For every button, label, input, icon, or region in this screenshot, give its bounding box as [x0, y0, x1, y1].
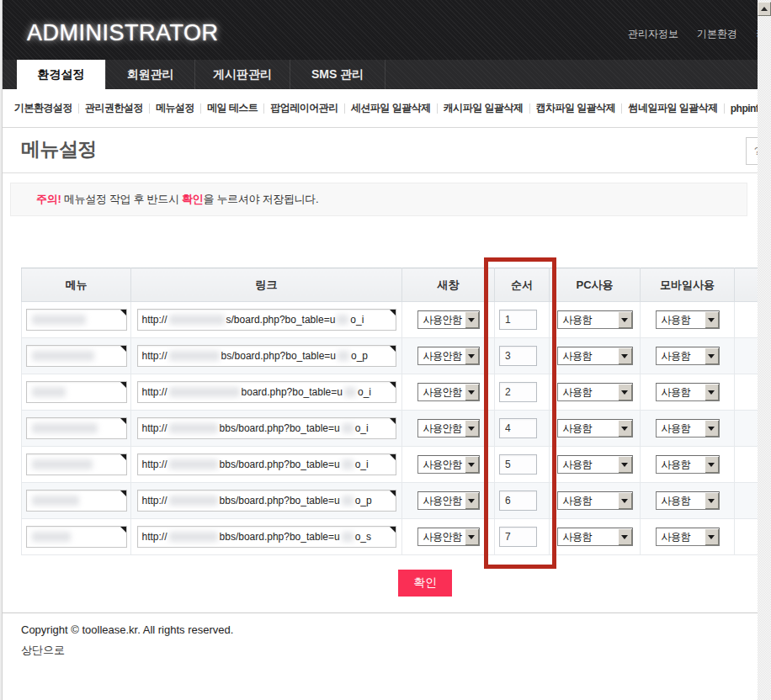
new-window-select[interactable]: 사용안함: [417, 383, 480, 401]
chevron-down-icon: [708, 499, 715, 503]
subnav-captcha-clear[interactable]: 캡차파일 일괄삭제: [530, 101, 622, 115]
mobile-use-select[interactable]: 사용함: [656, 383, 720, 401]
vertical-scrollbar[interactable]: [758, 0, 771, 700]
link-input[interactable]: http://s/board.php?bo_table=uo_i: [137, 309, 396, 331]
dropdown-button: [465, 456, 479, 473]
warning-text: 메뉴설정 작업 후 반드시: [61, 193, 182, 205]
confirm-button[interactable]: 확인: [398, 570, 452, 597]
mobile-use-select[interactable]: 사용함: [656, 347, 720, 365]
mobile-use-select[interactable]: 사용함: [656, 310, 720, 329]
subnav-phpinfo[interactable]: phpinfo(): [725, 103, 758, 114]
subnav-cache-clear[interactable]: 캐시파일 일괄삭제: [438, 101, 529, 115]
top-link-basic-env[interactable]: 기본환경: [688, 27, 747, 41]
dropdown-button: [705, 528, 719, 545]
new-window-select[interactable]: 사용안함: [417, 310, 480, 329]
divider: [0, 172, 758, 173]
link-input[interactable]: http://bbs/board.php?bo_table=uo_i: [137, 417, 396, 439]
back-to-top-link[interactable]: 상단으로: [21, 643, 65, 658]
top-link-community[interactable]: 커뮤니: [747, 27, 758, 41]
link-text: s/board.php?bo_table=u: [226, 314, 336, 326]
pc-use-select[interactable]: 사용함: [557, 491, 633, 510]
scroll-up-button[interactable]: [758, 2, 771, 16]
menu-name-input[interactable]: [26, 309, 127, 331]
order-input[interactable]: [499, 346, 537, 366]
new-window-select[interactable]: 사용안함: [417, 491, 480, 510]
blurred-text: [32, 459, 93, 469]
subnav-basic-config[interactable]: 기본환경설정: [8, 101, 78, 115]
order-input[interactable]: [499, 491, 537, 511]
dropdown-button: [705, 311, 719, 328]
pc-use-select[interactable]: 사용함: [557, 455, 633, 474]
chevron-down-icon: [708, 535, 715, 539]
dropdown-button: [618, 311, 632, 328]
subnav-session-clear[interactable]: 세션파일 일괄삭제: [345, 101, 437, 115]
dropdown-button: [618, 528, 632, 545]
warning-text-tail: 을 누르셔야 저장됩니다.: [203, 193, 318, 205]
link-text: bbs/board.php?bo_table=u: [220, 495, 340, 506]
mobile-use-select[interactable]: 사용함: [656, 455, 720, 474]
chevron-down-icon: [468, 354, 475, 358]
blurred-text: [344, 387, 356, 397]
menu-name-input[interactable]: [26, 453, 127, 475]
link-input[interactable]: http://board.php?bo_table=uo_i: [137, 381, 396, 403]
link-text: o_i: [350, 314, 364, 326]
subnav-thumbnail-clear[interactable]: 썸네일파일 일괄삭제: [622, 101, 723, 115]
page-left-edge: [0, 0, 3, 700]
warning-confirm-word: 확인: [182, 193, 203, 205]
link-input[interactable]: http://bbs/board.php?bo_table=uo_s: [137, 526, 396, 548]
tab-members[interactable]: 회원관리: [105, 60, 195, 89]
link-text: http://: [142, 350, 167, 362]
main-tabbar: 환경설정 회원관리 게시판관리 SMS 관리: [0, 60, 758, 89]
mobile-use-select[interactable]: 사용함: [656, 528, 720, 546]
tab-sms[interactable]: SMS 관리: [290, 60, 386, 89]
link-text: http://: [142, 459, 167, 470]
link-input[interactable]: http://bs/board.php?bo_table=uo_p: [137, 345, 396, 367]
pc-use-select[interactable]: 사용함: [557, 528, 633, 546]
link-input[interactable]: http://bbs/board.php?bo_table=uo_i: [137, 453, 396, 475]
order-input[interactable]: [499, 310, 537, 330]
mobile-use-select[interactable]: 사용함: [656, 491, 720, 510]
subnav-admin-rights[interactable]: 관리권한설정: [79, 101, 149, 115]
subnav: 기본환경설정 관리권한설정 메뉴설정 메일 테스트 팝업레이어관리 세션파일 일…: [0, 89, 758, 128]
pc-use-select[interactable]: 사용함: [557, 347, 633, 365]
top-link-admin-info[interactable]: 관리자정보: [619, 27, 688, 41]
tab-boards[interactable]: 게시판관리: [195, 60, 290, 89]
menu-name-input[interactable]: [26, 417, 127, 439]
tab-config[interactable]: 환경설정: [17, 60, 105, 89]
new-window-select[interactable]: 사용안함: [417, 419, 480, 438]
link-text: http://: [142, 314, 167, 326]
blurred-text: [32, 315, 86, 325]
table-row: http://bbs/board.php?bo_table=uo_s 사용안함 …: [22, 519, 758, 555]
link-text: o_i: [355, 422, 369, 434]
col-header-menu: 메뉴: [22, 268, 131, 302]
order-input[interactable]: [499, 382, 537, 402]
blurred-text: [337, 315, 348, 325]
menu-name-input[interactable]: [26, 381, 127, 403]
menu-name-input[interactable]: [26, 490, 127, 512]
new-window-select[interactable]: 사용안함: [417, 347, 480, 365]
blurred-text: [32, 351, 94, 361]
subnav-mail-test[interactable]: 메일 테스트: [201, 101, 263, 115]
menu-settings-table: 메뉴 링크 새창 순서 PC사용 모바일사용 http://s/board.ph…: [21, 268, 758, 555]
order-input[interactable]: [499, 418, 537, 438]
link-input[interactable]: http://bbs/board.php?bo_table=uo_p: [137, 490, 396, 512]
chevron-down-icon: [621, 463, 628, 467]
chevron-down-icon: [621, 535, 628, 539]
blurred-text: [32, 387, 66, 397]
blurred-text: [169, 496, 218, 506]
new-window-select[interactable]: 사용안함: [417, 455, 480, 474]
subnav-menu-config[interactable]: 메뉴설정: [150, 101, 200, 115]
subnav-popup-layer[interactable]: 팝업레이어관리: [264, 101, 344, 115]
menu-name-input[interactable]: [26, 345, 127, 367]
chevron-down-icon: [708, 427, 715, 431]
order-input[interactable]: [499, 454, 537, 475]
pc-use-select[interactable]: 사용함: [557, 310, 633, 329]
new-window-select[interactable]: 사용안함: [417, 528, 480, 546]
mobile-use-select[interactable]: 사용함: [656, 419, 720, 438]
dropdown-button: [618, 384, 632, 400]
chevron-down-icon: [468, 318, 475, 322]
pc-use-select[interactable]: 사용함: [557, 419, 633, 438]
menu-name-input[interactable]: [26, 526, 127, 548]
order-input[interactable]: [499, 527, 537, 547]
pc-use-select[interactable]: 사용함: [557, 383, 633, 401]
